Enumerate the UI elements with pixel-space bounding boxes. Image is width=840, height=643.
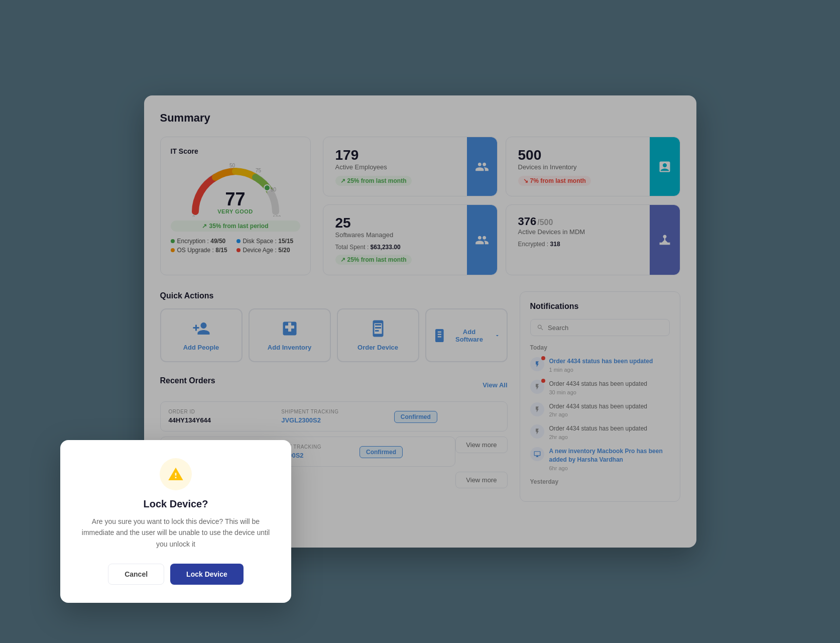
cancel-button[interactable]: Cancel [108,564,164,585]
warning-icon [168,466,184,482]
modal-title: Lock Device? [80,498,271,510]
modal-card: Lock Device? Are you sure you want to lo… [60,440,291,603]
lock-device-button[interactable]: Lock Device [170,564,244,585]
modal-warning-icon-wrap [160,458,192,490]
modal-actions: Cancel Lock Device [80,564,271,585]
modal-description: Are you sure you want to lock this devic… [80,516,271,550]
